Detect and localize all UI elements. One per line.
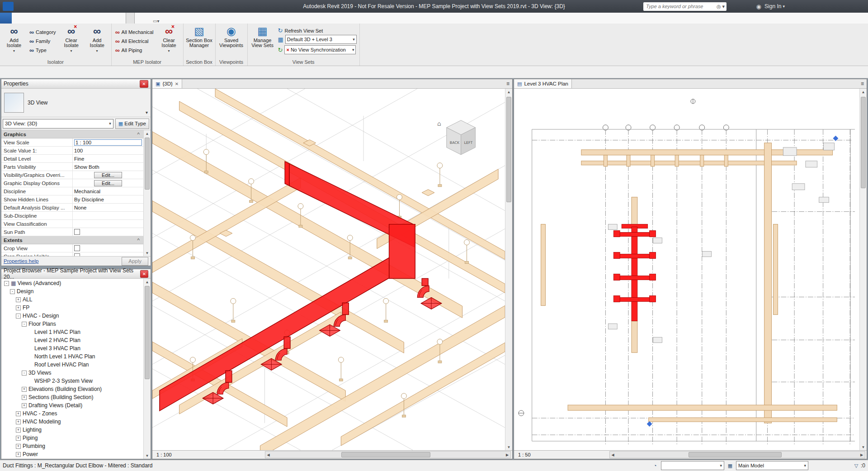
red-highlighted-plan-duct[interactable]	[613, 224, 656, 321]
property-row[interactable]: Detail Level Fine	[1, 155, 143, 163]
expand-toggle-icon[interactable]: -	[22, 322, 27, 327]
isolator-small-button[interactable]: ∞ Family	[28, 37, 58, 45]
ribbon-tab[interactable]	[44, 13, 52, 24]
ribbon-tab[interactable]	[20, 13, 28, 24]
expand-toggle-icon[interactable]: +	[16, 452, 21, 457]
browser-scrollbar[interactable]: ▲ ▼	[143, 279, 151, 459]
visual-style-icon[interactable]	[182, 451, 189, 458]
tree-item[interactable]: + ALL	[1, 295, 143, 304]
mep-isolate-button[interactable]: ∞ All Mechanical	[113, 28, 156, 36]
select-underlay-icon[interactable]	[819, 462, 826, 469]
text-icon[interactable]	[99, 2, 108, 11]
ribbon-tab[interactable]	[126, 12, 135, 24]
tree-item[interactable]: + Elevations (Building Elevation)	[1, 385, 143, 393]
panel-title[interactable]: View Sets	[248, 58, 359, 66]
isolator-small-button[interactable]: ∞ Type	[28, 46, 58, 54]
tag-by-category-icon[interactable]	[90, 2, 99, 11]
scroll-left-icon[interactable]: ◀	[610, 453, 616, 457]
scroll-left-icon[interactable]: ◀	[265, 453, 272, 457]
property-row[interactable]: Visibility/Graphics Overri... Edit...	[1, 171, 143, 179]
tree-item[interactable]: North Level 1 HVAC Plan	[1, 352, 143, 361]
expand-toggle-icon[interactable]: +	[16, 436, 21, 441]
ribbon-tab[interactable]	[101, 13, 109, 24]
ribbon-tab[interactable]	[28, 13, 36, 24]
close-button[interactable]	[854, 2, 865, 11]
show-crop-region-icon[interactable]	[218, 451, 226, 458]
property-row[interactable]: Crop View	[1, 244, 143, 252]
customize-qat-icon[interactable]	[137, 2, 146, 11]
tree-item[interactable]: - HVAC - Design	[1, 312, 143, 320]
property-row[interactable]: View Classification	[1, 220, 143, 228]
scroll-up-icon[interactable]: ▲	[146, 279, 149, 285]
properties-scrollbar[interactable]: ▲ ▼	[143, 130, 151, 256]
tree-item[interactable]: + Piping	[1, 434, 143, 442]
3d-view-scrollbar[interactable]: ▲ ▼	[505, 89, 512, 450]
ribbon-tab[interactable]	[36, 13, 44, 24]
tree-item[interactable]: Level 1 HVAC Plan	[1, 328, 143, 336]
horizontal-scrollbar[interactable]: ◀ ▶	[265, 451, 511, 458]
temporary-hide-isolate-icon[interactable]	[577, 451, 585, 458]
expand-toggle-icon[interactable]: -	[22, 371, 27, 376]
expand-toggle-icon[interactable]: +	[16, 419, 21, 424]
minimize-button[interactable]	[828, 2, 840, 11]
properties-help-link[interactable]: Properties help	[4, 258, 38, 264]
tree-item[interactable]: + HVAC - Zones	[1, 409, 143, 418]
apply-button[interactable]: Apply	[122, 257, 148, 266]
active-workset-dropdown[interactable]: ▾	[661, 461, 724, 470]
help-menu-icon[interactable]	[812, 2, 821, 11]
sun-path-icon[interactable]	[189, 451, 197, 458]
shadows-icon[interactable]	[197, 451, 204, 458]
shadows-icon[interactable]	[556, 451, 563, 458]
checkbox[interactable]	[74, 229, 80, 235]
sun-path-icon[interactable]	[548, 451, 556, 458]
crop-view-icon[interactable]	[563, 451, 570, 458]
ribbon-tab[interactable]	[61, 13, 69, 24]
view-set-dropdown[interactable]: Default 3D + Level 3 ▾	[285, 35, 357, 44]
temporary-view-properties-icon[interactable]	[247, 451, 255, 458]
expand-toggle-icon[interactable]	[28, 354, 33, 359]
help-icon[interactable]	[800, 2, 809, 11]
view-tabs-menu-icon[interactable]: ≡	[504, 81, 512, 87]
tree-item[interactable]: - 3D Views	[1, 369, 143, 377]
expand-toggle-icon[interactable]: -	[16, 314, 21, 319]
panel-title[interactable]: Viewpoints	[216, 58, 247, 66]
ribbon-tab[interactable]	[69, 13, 77, 24]
displacement-sets-icon[interactable]	[255, 451, 262, 458]
expand-toggle-icon[interactable]: +	[22, 395, 27, 400]
property-row[interactable]: Graphic Display Options Edit...	[1, 179, 143, 187]
expand-toggle-icon[interactable]: +	[16, 411, 21, 416]
open-icon[interactable]	[14, 2, 23, 11]
property-row[interactable]: Scale Value 1: 100	[1, 147, 143, 155]
view-tabs-menu-icon[interactable]: ≡	[858, 81, 867, 87]
manage-view-sets-button[interactable]: ▦ Manage View Sets	[250, 24, 276, 57]
redo-icon[interactable]	[52, 2, 61, 11]
type-selector[interactable]: 3D View ▾	[1, 89, 151, 117]
3d-viewport[interactable]: ⌂ BACK LEFT	[152, 89, 505, 450]
view-tab-plan[interactable]: ▤ Level 3 HVAC Plan	[514, 79, 572, 88]
save-icon[interactable]	[24, 2, 33, 11]
scroll-right-icon[interactable]: ▶	[504, 453, 510, 457]
property-row[interactable]: Sun Path	[1, 228, 143, 236]
scroll-down-icon[interactable]: ▼	[146, 250, 149, 256]
tree-item[interactable]: WSHP 2-3 System View	[1, 377, 143, 385]
select-links-icon[interactable]	[811, 462, 818, 469]
expand-toggle-icon[interactable]: -	[10, 289, 15, 294]
panel-title[interactable]: Section Box	[184, 58, 215, 66]
chevron-down-icon[interactable]: ▾	[146, 110, 148, 115]
default-3d-view-icon[interactable]	[109, 2, 118, 11]
select-by-face-icon[interactable]	[835, 462, 842, 469]
drag-elements-icon[interactable]	[843, 462, 850, 469]
temporary-hide-isolate-icon[interactable]	[233, 451, 240, 458]
property-row[interactable]: Sub-Discipline	[1, 212, 143, 220]
ribbon-tab[interactable]	[85, 13, 93, 24]
mep-isolate-button[interactable]: ∞ All Piping	[113, 46, 156, 54]
checkbox[interactable]	[74, 245, 80, 251]
tree-item[interactable]: Level 3 HVAC Plan	[1, 344, 143, 352]
expand-toggle-icon[interactable]	[28, 338, 33, 343]
isolator-small-button[interactable]: ∞ Category	[28, 28, 58, 36]
property-row[interactable]: Default Analysis Display ... None	[1, 204, 143, 212]
reveal-constraints-icon[interactable]	[599, 451, 606, 458]
scale-button[interactable]: 1 : 50	[515, 452, 533, 457]
scroll-right-icon[interactable]: ▶	[859, 453, 865, 457]
expand-toggle-icon[interactable]	[28, 362, 33, 367]
